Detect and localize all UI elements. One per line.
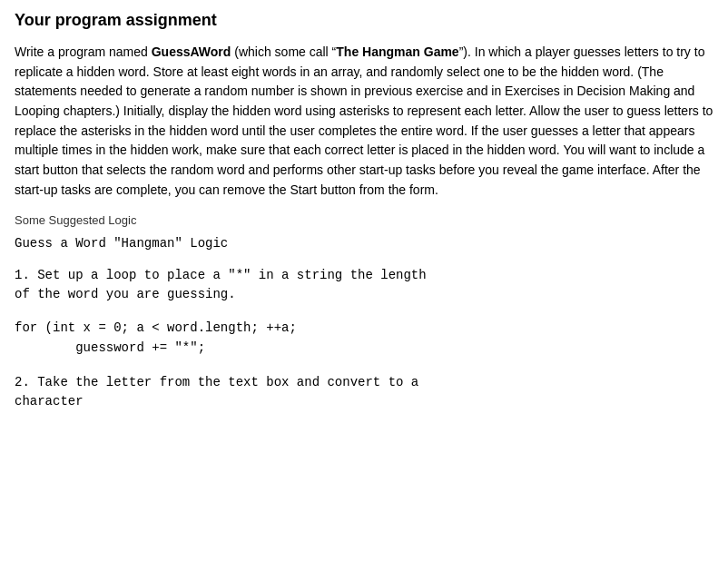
game-name: The Hangman Game <box>336 44 458 59</box>
step2-text: 2. Take the letter from the text box and… <box>15 373 713 412</box>
page-title: Your program assignment <box>15 11 713 30</box>
step1-text: 1. Set up a loop to place a "*" in a str… <box>15 266 713 305</box>
description-intro: Write a program named <box>15 44 152 59</box>
description-paragraph: Write a program named GuessAWord (which … <box>15 43 713 201</box>
for-loop-code: for (int x = 0; a < word.length; ++a; gu… <box>15 318 713 359</box>
logic-title: Guess a Word "Hangman" Logic <box>15 234 713 253</box>
description-part1: (which some call “ <box>231 44 336 59</box>
program-name: GuessAWord <box>152 44 231 59</box>
suggested-logic-label: Some Suggested Logic <box>15 213 713 227</box>
description-part2: ”). In which a player guesses letters to… <box>15 44 713 197</box>
